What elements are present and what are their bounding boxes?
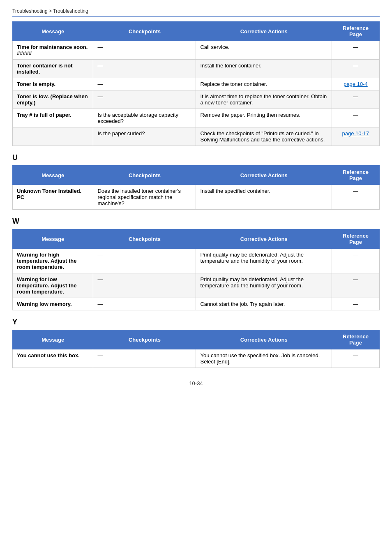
table-row: Unknown Toner Installed. PCDoes the inst… <box>13 185 380 210</box>
cell-message: Warning for high temperature. Adjust the… <box>13 249 93 273</box>
cell-checkpoints: — <box>93 90 196 109</box>
table-section-W: MessageCheckpointsCorrective ActionsRefe… <box>12 229 380 310</box>
table-row: Toner is empty.—Replace the toner contai… <box>13 78 380 90</box>
cell-corrective: Install the toner container. <box>196 60 332 78</box>
col-header-corrective: Corrective Actions <box>196 166 332 185</box>
cell-checkpoints: Is the paper curled? <box>93 127 196 146</box>
table-row: Toner is low. (Replace when empty.)—It i… <box>13 90 380 109</box>
cell-message: Warning for low temperature. Adjust the … <box>13 273 93 298</box>
cell-message: Toner is low. (Replace when empty.) <box>13 90 93 109</box>
cell-checkpoints: — <box>93 249 196 273</box>
cell-ref: — <box>332 90 379 109</box>
cell-ref: — <box>332 249 379 273</box>
cell-ref[interactable]: page 10-4 <box>332 78 379 90</box>
table-row: Is the paper curled?Check the checkpoint… <box>13 127 380 146</box>
col-header-checkpoints: Checkpoints <box>93 22 196 41</box>
cell-ref: — <box>332 185 379 210</box>
cell-checkpoints: — <box>93 298 196 310</box>
table-row: Warning for high temperature. Adjust the… <box>13 249 380 273</box>
cell-corrective: Replace the toner container. <box>196 78 332 90</box>
col-header-message: Message <box>13 229 93 249</box>
cell-ref: — <box>332 60 379 78</box>
col-header-message: Message <box>13 22 93 41</box>
section-letter-w: W <box>12 217 380 226</box>
table-row: Warning for low temperature. Adjust the … <box>13 273 380 298</box>
col-header-checkpoints: Checkpoints <box>93 166 196 185</box>
col-header-checkpoints: Checkpoints <box>93 330 196 349</box>
cell-ref: — <box>332 349 379 368</box>
cell-corrective: You cannot use the specified box. Job is… <box>196 349 332 368</box>
cell-message: Toner container is not installed. <box>13 60 93 78</box>
col-header-checkpoints: Checkpoints <box>93 229 196 249</box>
cell-checkpoints: — <box>93 78 196 90</box>
section-letter-y: Y <box>12 318 380 326</box>
cell-ref: — <box>332 273 379 298</box>
table-section-top: MessageCheckpointsCorrective ActionsRefe… <box>12 21 380 146</box>
cell-message: Time for maintenance soon. ##### <box>13 41 93 60</box>
cell-ref: — <box>332 109 379 127</box>
table-row: You cannot use this box.—You cannot use … <box>13 349 380 368</box>
cell-message: Toner is empty. <box>13 78 93 90</box>
cell-corrective: Cannot start the job. Try again later. <box>196 298 332 310</box>
col-header-ref: Reference Page <box>332 229 379 249</box>
table-row: Toner container is not installed.—Instal… <box>13 60 380 78</box>
cell-checkpoints: Does the installed toner container's reg… <box>93 185 196 210</box>
col-header-ref: Reference Page <box>332 22 379 41</box>
cell-ref: — <box>332 298 379 310</box>
cell-message: Unknown Toner Installed. PC <box>13 185 93 210</box>
table-section-U: MessageCheckpointsCorrective ActionsRefe… <box>12 165 380 210</box>
cell-corrective: Print quality may be deteriorated. Adjus… <box>196 249 332 273</box>
breadcrumb: Troubleshooting > Troubleshooting <box>12 8 380 17</box>
ref-link[interactable]: page 10-17 <box>342 130 369 136</box>
cell-ref[interactable]: page 10-17 <box>332 127 379 146</box>
cell-corrective: Print quality may be deteriorated. Adjus… <box>196 273 332 298</box>
cell-message: You cannot use this box. <box>13 349 93 368</box>
col-header-corrective: Corrective Actions <box>196 330 332 349</box>
col-header-message: Message <box>13 330 93 349</box>
cell-corrective: Check the checkpoints of "Printouts are … <box>196 127 332 146</box>
table-row: Warning low memory.—Cannot start the job… <box>13 298 380 310</box>
cell-checkpoints: — <box>93 41 196 60</box>
col-header-message: Message <box>13 166 93 185</box>
cell-corrective: Call service. <box>196 41 332 60</box>
cell-corrective: Install the specified container. <box>196 185 332 210</box>
cell-message: Warning low memory. <box>13 298 93 310</box>
col-header-corrective: Corrective Actions <box>196 22 332 41</box>
cell-ref: — <box>332 41 379 60</box>
cell-corrective: It is almost time to replace the toner c… <box>196 90 332 109</box>
col-header-corrective: Corrective Actions <box>196 229 332 249</box>
cell-checkpoints: — <box>93 60 196 78</box>
cell-message <box>13 127 93 146</box>
table-section-Y: MessageCheckpointsCorrective ActionsRefe… <box>12 330 380 368</box>
cell-checkpoints: Is the acceptable storage capacity excee… <box>93 109 196 127</box>
ref-link[interactable]: page 10-4 <box>344 81 368 87</box>
page-number: 10-34 <box>12 380 380 386</box>
cell-checkpoints: — <box>93 349 196 368</box>
col-header-ref: Reference Page <box>332 166 379 185</box>
col-header-ref: Reference Page <box>332 330 379 349</box>
cell-corrective: Remove the paper. Printing then resumes. <box>196 109 332 127</box>
table-row: Tray # is full of paper.Is the acceptabl… <box>13 109 380 127</box>
table-row: Time for maintenance soon. #####—Call se… <box>13 41 380 60</box>
cell-checkpoints: — <box>93 273 196 298</box>
cell-message: Tray # is full of paper. <box>13 109 93 127</box>
section-letter-u: U <box>12 153 380 162</box>
